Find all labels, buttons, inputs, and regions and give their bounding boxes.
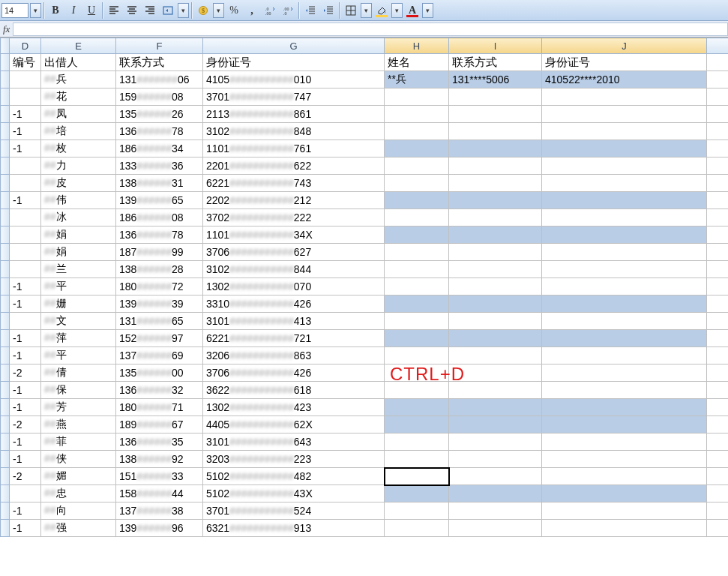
cell[interactable]: 3310###########426 <box>203 296 385 313</box>
cell[interactable]: 6221###########743 <box>203 175 385 192</box>
borders-dropdown[interactable]: ▾ <box>361 3 372 18</box>
cell[interactable] <box>385 347 449 364</box>
cell[interactable]: ##伟 <box>41 192 116 209</box>
cell[interactable] <box>385 330 449 347</box>
formula-input[interactable] <box>13 22 728 36</box>
cell[interactable]: 6221###########721 <box>203 330 385 347</box>
cell[interactable]: 1101###########34X <box>203 226 385 244</box>
cell[interactable]: 3102###########848 <box>203 123 385 140</box>
cell[interactable]: 姓名 <box>385 54 449 71</box>
cell[interactable] <box>542 468 707 485</box>
cell[interactable]: 编号 <box>10 54 41 71</box>
cell[interactable]: 138######28 <box>116 261 203 278</box>
cell[interactable]: 131#######06 <box>116 71 203 88</box>
cell[interactable] <box>542 261 707 278</box>
cell[interactable] <box>10 158 41 175</box>
cell[interactable]: 137######38 <box>116 502 203 520</box>
cell[interactable]: 189######67 <box>116 416 203 434</box>
cell[interactable]: 3706###########627 <box>203 244 385 261</box>
increase-decimal-button[interactable]: .0.00 <box>262 2 278 19</box>
cell[interactable]: 3706###########426 <box>203 364 385 382</box>
cell[interactable]: ##芳 <box>41 399 116 416</box>
cell[interactable]: 出借人 <box>41 54 116 71</box>
cell[interactable]: -1 <box>10 296 41 313</box>
cell[interactable]: ##向 <box>41 502 116 520</box>
cell[interactable]: 5102###########482 <box>203 468 385 485</box>
cell[interactable] <box>449 330 542 347</box>
cell[interactable] <box>385 88 449 106</box>
font-color-button[interactable]: A <box>404 2 421 19</box>
font-size-input[interactable] <box>1 3 28 18</box>
cell[interactable]: 151######33 <box>116 468 203 485</box>
cell[interactable] <box>385 175 449 192</box>
cell[interactable]: 158######44 <box>116 485 203 502</box>
cell[interactable]: -1 <box>10 434 41 451</box>
cell[interactable] <box>449 434 542 451</box>
cell[interactable] <box>385 123 449 140</box>
cell[interactable]: 3206###########863 <box>203 347 385 364</box>
cell[interactable]: 136######78 <box>116 226 203 244</box>
cell[interactable]: 180######71 <box>116 399 203 416</box>
cell[interactable] <box>542 123 707 140</box>
cell[interactable] <box>542 416 707 434</box>
cell[interactable] <box>385 192 449 209</box>
cell[interactable] <box>449 296 542 313</box>
cell[interactable] <box>449 192 542 209</box>
cell[interactable]: 3102###########844 <box>203 261 385 278</box>
decrease-decimal-button[interactable]: .00.0 <box>280 2 296 19</box>
cell[interactable]: ##娟 <box>41 226 116 244</box>
cell[interactable] <box>385 244 449 261</box>
cell[interactable] <box>449 502 542 520</box>
cell[interactable] <box>542 382 707 399</box>
col-header-blank[interactable] <box>707 38 729 54</box>
cell[interactable]: ##保 <box>41 382 116 399</box>
cell[interactable]: 3101###########413 <box>203 313 385 330</box>
percent-button[interactable]: % <box>226 2 242 19</box>
merge-cells-button[interactable] <box>160 2 176 19</box>
cell[interactable] <box>449 347 542 364</box>
currency-button[interactable]: $ <box>195 2 211 19</box>
cell[interactable]: -1 <box>10 382 41 399</box>
cell[interactable]: ##兰 <box>41 261 116 278</box>
cell[interactable] <box>542 244 707 261</box>
font-color-dropdown[interactable]: ▾ <box>422 3 433 18</box>
cell[interactable]: 138######31 <box>116 175 203 192</box>
cell[interactable] <box>385 434 449 451</box>
cell[interactable]: 6321###########913 <box>203 520 385 537</box>
cell[interactable] <box>449 520 542 537</box>
cell[interactable] <box>449 123 542 140</box>
cell[interactable]: ##强 <box>41 520 116 537</box>
cell[interactable] <box>449 88 542 106</box>
cell[interactable]: **兵 <box>385 71 449 88</box>
col-header-H[interactable]: H <box>385 38 449 54</box>
borders-button[interactable] <box>343 2 359 19</box>
cell[interactable]: 2201###########622 <box>203 158 385 175</box>
cell[interactable]: ##媚 <box>41 468 116 485</box>
merge-dropdown[interactable]: ▾ <box>178 3 189 18</box>
cell[interactable] <box>542 140 707 158</box>
cell[interactable]: 1302###########423 <box>203 399 385 416</box>
cell[interactable] <box>449 451 542 468</box>
cell[interactable]: ##娟 <box>41 244 116 261</box>
cell[interactable] <box>542 502 707 520</box>
align-left-button[interactable] <box>106 2 122 19</box>
cell[interactable] <box>10 209 41 226</box>
font-size-dropdown[interactable]: ▾ <box>30 3 41 18</box>
cell[interactable]: ##燕 <box>41 416 116 434</box>
italic-button[interactable]: I <box>65 2 82 19</box>
cell[interactable] <box>542 434 707 451</box>
cell[interactable] <box>449 278 542 296</box>
cell[interactable] <box>10 71 41 88</box>
cell[interactable]: ##文 <box>41 313 116 330</box>
cell[interactable]: 136######35 <box>116 434 203 451</box>
cell[interactable]: 137######69 <box>116 347 203 364</box>
cell[interactable]: 3203###########223 <box>203 451 385 468</box>
spreadsheet-grid[interactable]: D E F G H I J 编号 出借人 联系方式 身份证号 姓名 联系方式 身… <box>0 38 728 537</box>
cell[interactable]: -1 <box>10 502 41 520</box>
cell[interactable] <box>449 416 542 434</box>
cell[interactable]: 138######92 <box>116 451 203 468</box>
cell[interactable]: 135######26 <box>116 106 203 123</box>
cell[interactable]: 2202###########212 <box>203 192 385 209</box>
cell[interactable]: -1 <box>10 347 41 364</box>
cell[interactable] <box>449 175 542 192</box>
